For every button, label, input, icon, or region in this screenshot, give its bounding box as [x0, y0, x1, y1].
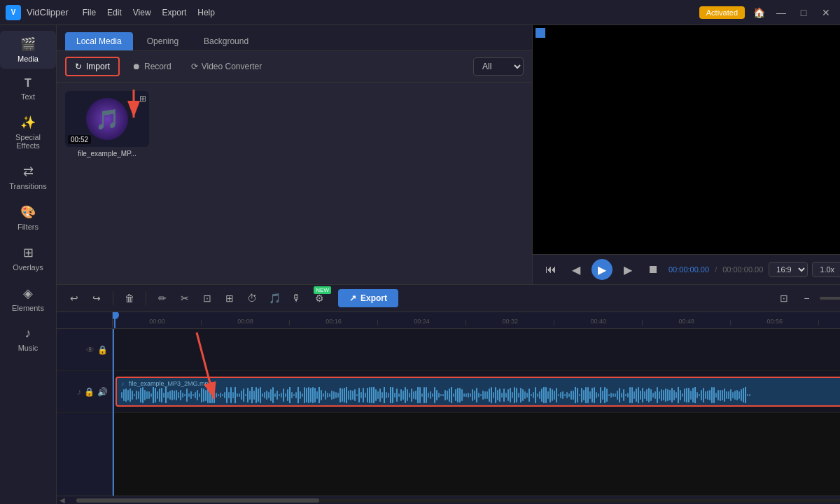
crop-button[interactable]: ⊡ [198, 289, 216, 307]
aspect-ratio-select[interactable]: 16:9 9:16 1:1 [769, 262, 808, 277]
playhead-vertical [113, 329, 114, 496]
timeline-tracks: 👁 🔒 ♪ 🔒 🔊 [57, 329, 840, 496]
video-converter-button[interactable]: ⟳ Video Converter [184, 58, 270, 75]
timeline-toolbar: ↩ ↪ 🗑 ✏ ✂ ⊡ ⊞ ⏱ 🎵 🎙 ⚙ NEW ↗ Export [57, 285, 840, 312]
scrollbar-thumb [76, 498, 319, 503]
speed-button[interactable]: ⏱ [243, 289, 261, 307]
menu-edit[interactable]: Edit [107, 8, 122, 18]
stop-button[interactable]: ⏹ [643, 260, 663, 279]
audio-btn[interactable]: 🎵 [265, 289, 284, 307]
sidebar-item-filters[interactable]: 🎨 Filters [0, 199, 56, 237]
overlays-icon: ⊞ [23, 245, 34, 260]
eye-icon[interactable]: 👁 [86, 345, 94, 355]
import-label: Import [86, 62, 110, 71]
play-button[interactable]: ▶ [592, 259, 612, 280]
sidebar-item-overlays[interactable]: ⊞ Overlays [0, 239, 56, 277]
sidebar-label-elements: Elements [12, 304, 44, 312]
sidebar-label-music: Music [18, 344, 38, 352]
ruler-mark: 00:00 [113, 320, 201, 326]
zoom-out-button[interactable]: − [797, 289, 816, 307]
new-feature-btn[interactable]: ⚙ NEW [310, 289, 328, 307]
home-button[interactable]: 🏠 [750, 4, 767, 21]
import-icon: ↻ [75, 62, 82, 71]
time-total: 00:00:00.00 [722, 265, 763, 274]
sidebar-item-special-effects[interactable]: ✨ Special Effects [0, 109, 56, 155]
audio-clip[interactable]: ♪ file_example_MP3_2MG.mp3 [115, 377, 840, 407]
sidebar-label-text: Text [21, 92, 35, 101]
sidebar-item-transitions[interactable]: ⇄ Transitions [0, 158, 56, 196]
app-name: VidClipper [27, 7, 69, 18]
record-button[interactable]: ⏺ Record [125, 58, 178, 75]
record-icon: ⏺ [132, 62, 141, 71]
step-back-button[interactable]: ◀ [566, 260, 586, 279]
speed-select[interactable]: 1.0x 0.5x 2.0x [812, 262, 840, 277]
redo-button[interactable]: ↪ [88, 289, 106, 307]
close-button[interactable]: ✕ [818, 4, 834, 21]
sidebar-item-text[interactable]: T Text [0, 71, 56, 106]
minimize-button[interactable]: — [773, 4, 790, 21]
media-tabs: Local Media Opening Background [57, 25, 532, 51]
preview-controls: ⏮ ◀ ▶ ▶ ⏹ 00:00:00.00 / 00:00:00.00 16:9… [533, 254, 840, 284]
audio-track-row: ♪ file_example_MP3_2MG.mp3 [113, 371, 840, 413]
sidebar-item-elements[interactable]: ◈ Elements [0, 280, 56, 318]
zoom-controls: ⊡ − + [775, 289, 840, 307]
audio-clip-name: ♪ file_example_MP3_2MG.mp3 [121, 380, 840, 387]
audio-filename: file_example_MP3_2MG.mp3 [129, 380, 212, 387]
preview-scrubber [533, 31, 840, 35]
export-button[interactable]: ↗ Export [338, 289, 398, 307]
media-icon: 🎬 [20, 36, 36, 52]
toolbar-separator-2 [146, 291, 146, 305]
audio-waveform [121, 387, 840, 403]
scrollbar-track[interactable] [76, 498, 840, 503]
export-icon: ↗ [349, 293, 356, 303]
activated-button[interactable]: Activated [699, 6, 745, 19]
record-label: Record [144, 62, 172, 71]
scroll-left-button[interactable]: ◀ [59, 496, 65, 504]
maximize-button[interactable]: □ [795, 4, 812, 21]
sidebar: 🎬 Media T Text ✨ Special Effects ⇄ Trans… [0, 25, 57, 504]
fit-zoom-button[interactable]: ⊡ [775, 289, 793, 307]
menu-bar: File Edit View Export Help [83, 8, 215, 18]
menu-view[interactable]: View [133, 8, 151, 18]
delete-button[interactable]: 🗑 [120, 289, 139, 307]
sidebar-label-media: Media [18, 55, 38, 63]
media-duration: 00:52 [68, 135, 91, 144]
media-item[interactable]: 🎵 00:52 ⊞ file_example_MP... [65, 91, 149, 158]
ruler-mark: 00:40 [554, 320, 642, 326]
music-icon: ♪ [25, 326, 31, 341]
ruler-mark: 00:24 [377, 320, 465, 326]
skip-back-button[interactable]: ⏮ [541, 260, 561, 279]
playhead-triangle [113, 329, 118, 330]
export-label: Export [360, 293, 387, 303]
media-filter-select[interactable]: All Video Audio Image [473, 57, 524, 76]
ruler-mark: 00:32 [465, 320, 554, 326]
media-filename: file_example_MP... [78, 150, 136, 158]
ruler-mark: 00:48 [642, 320, 730, 326]
sidebar-item-music[interactable]: ♪ Music [0, 321, 56, 358]
step-forward-button[interactable]: ▶ [618, 260, 638, 279]
menu-help[interactable]: Help [197, 8, 215, 18]
undo-button[interactable]: ↩ [65, 289, 83, 307]
tab-background[interactable]: Background [192, 32, 260, 50]
edit-button[interactable]: ✏ [153, 289, 172, 307]
title-bar: V VidClipper File Edit View Export Help … [0, 0, 840, 25]
timeline-ruler: 00:00 00:08 00:16 00:24 00:32 00:40 00:4… [113, 312, 840, 329]
voice-btn[interactable]: 🎙 [288, 289, 306, 307]
sidebar-item-media[interactable]: 🎬 Media [0, 31, 56, 69]
tab-local-media[interactable]: Local Media [65, 32, 133, 50]
title-bar-left: V VidClipper File Edit View Export Help [6, 5, 215, 20]
ruler-mark: 00:56 [730, 320, 818, 326]
menu-export[interactable]: Export [162, 8, 187, 18]
zoom-slider[interactable] [820, 297, 840, 300]
menu-file[interactable]: File [83, 8, 96, 18]
audio-lock-icon[interactable]: 🔒 [84, 387, 94, 397]
split-button[interactable]: ✂ [176, 289, 194, 307]
transform-button[interactable]: ⊞ [220, 289, 239, 307]
text-icon: T [24, 77, 31, 90]
tab-opening[interactable]: Opening [136, 32, 190, 50]
video-track-row [113, 329, 840, 371]
lock-icon[interactable]: 🔒 [97, 345, 108, 355]
audio-eye-icon[interactable]: ♪ [77, 387, 81, 397]
import-button[interactable]: ↻ Import [65, 57, 120, 76]
audio-volume-icon[interactable]: 🔊 [97, 387, 108, 397]
